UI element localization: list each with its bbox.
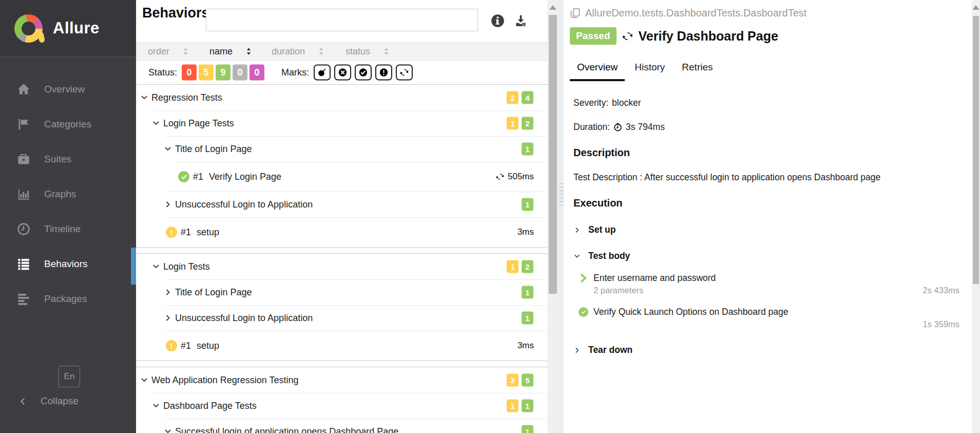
execution-section-label: Test body <box>588 251 630 261</box>
tree-group-badges: 12 <box>507 260 533 273</box>
status-filter-failed-count[interactable]: 0 <box>182 65 197 81</box>
sort-column-name[interactable]: name <box>209 43 252 60</box>
test-case-label: Verify Login Page <box>209 172 281 182</box>
scroll-up-arrow-icon[interactable] <box>549 5 556 10</box>
sidebar-item-graphs[interactable]: Graphs <box>0 177 136 212</box>
status-filter-unknown-count[interactable]: 0 <box>249 65 264 81</box>
sort-column-status[interactable]: status <box>345 43 389 60</box>
count-badge-passed: 1 <box>522 198 533 211</box>
sidebar-item-label: Graphs <box>44 189 76 200</box>
count-badge-passed: 2 <box>522 117 533 130</box>
tree-group-badges: 1 <box>522 312 533 325</box>
severity-exclamation-icon <box>379 68 388 77</box>
search-input[interactable] <box>206 9 478 31</box>
mark-filter-retry-refresh-button[interactable] <box>396 65 413 81</box>
execution-step[interactable]: Verify Quick Launch Options on Dashboard… <box>573 307 959 329</box>
collapse-button[interactable]: Collapse <box>18 396 79 407</box>
sort-arrows-icon <box>183 47 188 55</box>
status-filter-broken-count[interactable]: 5 <box>199 65 214 81</box>
step-duration: 1s 359ms <box>923 319 959 329</box>
tree-row[interactable]: Login Page Tests 12 <box>136 110 547 136</box>
chevron-right-icon <box>164 288 172 296</box>
test-case-row[interactable]: ! #1 setup 3ms <box>136 331 547 361</box>
sort-arrows-icon <box>318 47 324 55</box>
execution-section-tear-down[interactable]: Tear down <box>573 345 959 355</box>
sidebar-item-behaviors[interactable]: Behaviors <box>0 247 136 281</box>
sidebar-item-label: Overview <box>44 84 85 95</box>
clock-icon <box>17 222 30 236</box>
row-separator <box>165 419 547 419</box>
tree-scrollbar[interactable] <box>547 0 559 433</box>
sidebar-nav: Overview Categories Suites Graphs Timeli… <box>0 72 136 316</box>
row-separator <box>165 331 547 331</box>
tree-group-label: Unsuccessful Login to Application <box>175 199 313 210</box>
panel-splitter[interactable] <box>559 0 564 433</box>
tree-row[interactable]: Web Application Regression Testing 35 <box>136 367 547 393</box>
step-label: Verify Quick Launch Options on Dashboard… <box>593 307 788 317</box>
sidebar: Allure Overview Categories Suites Graphs… <box>0 0 136 433</box>
test-case-row[interactable]: ! #1 setup 3ms <box>136 217 547 247</box>
retry-refresh-icon <box>400 68 409 77</box>
tree-row[interactable]: Title of Login Page 1 <box>136 279 547 305</box>
tree-row[interactable]: Title of Login Page 1 <box>136 136 547 162</box>
sort-column-order[interactable]: order <box>148 43 188 60</box>
tree-row[interactable]: Login Tests 12 <box>136 254 547 279</box>
copy-pages-icon[interactable] <box>570 8 581 18</box>
count-badge-broken: 1 <box>507 117 518 130</box>
allure-logo[interactable]: Allure <box>0 0 136 57</box>
tree-row[interactable]: Unsuccessful Login to Application 1 <box>136 305 547 331</box>
mark-filter-verified-check-button[interactable] <box>355 65 372 81</box>
tree-row[interactable]: Dashboard Page Tests 11 <box>136 393 547 419</box>
download-icon[interactable] <box>514 14 528 28</box>
scrollbar-thumb[interactable] <box>973 16 979 284</box>
tree-row[interactable]: Regression Tests 24 <box>136 85 547 110</box>
broken-status-icon: ! <box>166 340 177 351</box>
chevron-down-icon <box>164 427 172 433</box>
sort-column-duration[interactable]: duration <box>272 43 324 60</box>
tree-row[interactable]: Unsuccessful Login to Application 1 <box>136 192 547 217</box>
mark-filter-flaky-bomb-button[interactable] <box>314 65 331 81</box>
test-case-row[interactable]: #1 Verify Login Page 505ms <box>136 162 547 192</box>
language-button[interactable]: En <box>59 366 80 387</box>
execution-section-label: Tear down <box>588 345 632 355</box>
breadcrumb: AllureDemo.tests.DashboardTests.Dasboard… <box>570 7 967 19</box>
sidebar-item-packages[interactable]: Packages <box>0 281 136 316</box>
execution-section-set-up[interactable]: Set up <box>573 224 959 235</box>
chevron-down-icon <box>140 376 148 384</box>
behaviors-tree: Regression Tests 24 Login Page Tests 12 … <box>136 84 547 433</box>
sidebar-item-overview[interactable]: Overview <box>0 72 136 107</box>
row-separator <box>165 305 547 306</box>
scroll-up-arrow-icon[interactable] <box>972 5 979 10</box>
sidebar-item-suites[interactable]: Suites <box>0 142 136 177</box>
sidebar-item-categories[interactable]: Categories <box>0 107 136 142</box>
sort-arrows-icon <box>383 47 389 55</box>
mark-filter-muted-cross-button[interactable] <box>334 65 351 81</box>
count-badge-passed: 1 <box>522 425 533 433</box>
test-case-label: setup <box>197 227 219 238</box>
scrollbar-thumb[interactable] <box>549 15 557 294</box>
mark-filter-severity-exclamation-button[interactable] <box>375 65 392 81</box>
execution-step[interactable]: Enter username and password 2 parameters… <box>573 273 959 295</box>
status-filter-passed-count[interactable]: 9 <box>216 65 230 81</box>
tab-overview[interactable]: Overview <box>570 54 625 81</box>
chevron-right-icon <box>573 347 581 354</box>
tree-group-label: Web Application Regression Testing <box>151 375 299 386</box>
severity-label: Severity: <box>573 98 608 108</box>
count-badge-passed: 2 <box>522 260 533 273</box>
sidebar-item-timeline[interactable]: Timeline <box>0 212 136 247</box>
flaky-bomb-icon <box>318 68 326 77</box>
tab-history[interactable]: History <box>627 54 672 81</box>
tree-row[interactable]: Successful login of application opens Da… <box>136 419 547 433</box>
info-icon[interactable] <box>491 14 505 28</box>
tab-retries[interactable]: Retries <box>675 54 720 81</box>
test-duration: 3ms <box>517 341 534 351</box>
execution-section-test-body[interactable]: Test body <box>573 251 959 261</box>
details-scrollbar[interactable] <box>972 0 980 433</box>
duration-label: Duration: <box>573 122 610 133</box>
count-badge-passed: 1 <box>522 143 533 156</box>
status-filter-skipped-count[interactable]: 0 <box>233 65 247 81</box>
severity-value: blocker <box>612 98 641 108</box>
retries-refresh-icon[interactable] <box>622 31 633 42</box>
chevron-right-icon <box>164 314 172 322</box>
filter-bar: Status: 05900 Marks: <box>136 61 547 84</box>
